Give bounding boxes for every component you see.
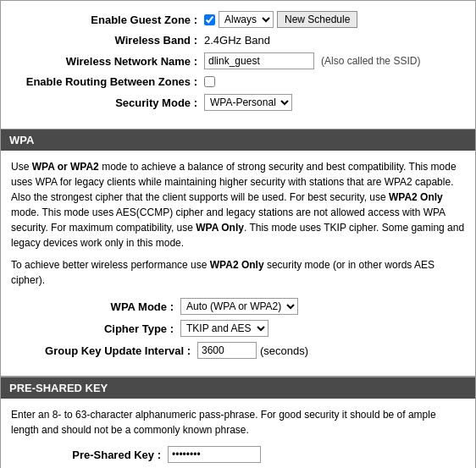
- wireless-network-name-input[interactable]: [204, 52, 314, 69]
- psk-controls: [168, 446, 261, 463]
- wpa-body: Use WPA or WPA2 mode to achieve a balanc…: [1, 151, 475, 377]
- enable-guest-zone-row: Enable Guest Zone : Always New Schedule: [9, 11, 467, 28]
- new-schedule-button[interactable]: New Schedule: [277, 11, 357, 28]
- wpa-mode-label: WPA Mode :: [11, 300, 180, 313]
- security-mode-select[interactable]: WPA-Personal: [204, 94, 292, 111]
- psk-form: Pre-Shared Key :: [11, 446, 465, 463]
- psk-section: PRE-SHARED KEY Enter an 8- to 63-charact…: [1, 377, 475, 468]
- enable-guest-zone-controls: Always New Schedule: [204, 11, 357, 28]
- wpa-bold3: WPA Only: [196, 222, 244, 234]
- ssid-note: (Also called the SSID): [321, 55, 420, 67]
- wireless-network-name-label: Wireless Network Name :: [9, 55, 204, 68]
- psk-body: Enter an 8- to 63-character alphanumeric…: [1, 399, 475, 468]
- cipher-type-select[interactable]: TKIP and AES: [180, 320, 268, 337]
- wpa-bold1: WPA or WPA2: [32, 161, 99, 173]
- security-mode-label: Security Mode :: [9, 96, 204, 109]
- seconds-text: (seconds): [260, 344, 308, 357]
- wpa-section: WPA Use WPA or WPA2 mode to achieve a ba…: [1, 129, 475, 377]
- enable-routing-row: Enable Routing Between Zones :: [9, 75, 467, 88]
- security-mode-row: Security Mode : WPA-Personal: [9, 94, 467, 111]
- group-key-controls: (seconds): [197, 342, 308, 359]
- enable-routing-label: Enable Routing Between Zones :: [9, 75, 204, 88]
- cipher-type-controls: TKIP and AES: [180, 320, 268, 337]
- wireless-band-text: 2.4GHz Band: [204, 34, 270, 47]
- wpa-form: WPA Mode : Auto (WPA or WPA2) Cipher Typ…: [11, 298, 465, 359]
- group-key-label: Group Key Update Interval :: [11, 344, 197, 357]
- wireless-network-name-controls: (Also called the SSID): [204, 52, 420, 69]
- wpa-bold2: WPA2 Only: [389, 191, 443, 203]
- main-container: Enable Guest Zone : Always New Schedule …: [0, 0, 476, 468]
- wpa2-only-bold: WPA2 Only: [210, 259, 264, 271]
- psk-header: PRE-SHARED KEY: [1, 377, 475, 399]
- enable-guest-zone-label: Enable Guest Zone :: [9, 14, 204, 26]
- wpa-header: WPA: [1, 129, 475, 151]
- group-key-row: Group Key Update Interval : (seconds): [11, 342, 465, 359]
- wireless-band-row: Wireless Band : 2.4GHz Band: [9, 34, 467, 47]
- wpa-paragraph2: To achieve better wireless performance u…: [11, 257, 465, 288]
- security-mode-controls: WPA-Personal: [204, 94, 292, 111]
- always-select[interactable]: Always: [219, 11, 274, 28]
- group-key-input[interactable]: [197, 342, 257, 359]
- wpa-mode-row: WPA Mode : Auto (WPA or WPA2): [11, 298, 465, 315]
- enable-guest-zone-checkbox[interactable]: [204, 14, 215, 25]
- psk-input[interactable]: [168, 446, 261, 463]
- enable-routing-checkbox[interactable]: [204, 76, 215, 87]
- wireless-band-label: Wireless Band :: [9, 34, 204, 47]
- cipher-type-row: Cipher Type : TKIP and AES: [11, 320, 465, 337]
- wpa-paragraph1: Use WPA or WPA2 mode to achieve a balanc…: [11, 159, 465, 251]
- wireless-band-value: 2.4GHz Band: [204, 34, 270, 47]
- wpa-mode-select[interactable]: Auto (WPA or WPA2): [180, 298, 298, 315]
- wireless-network-name-row: Wireless Network Name : (Also called the…: [9, 52, 467, 69]
- wpa-mode-controls: Auto (WPA or WPA2): [180, 298, 298, 315]
- cipher-type-label: Cipher Type :: [11, 322, 180, 335]
- enable-routing-controls: [204, 76, 215, 87]
- psk-description: Enter an 8- to 63-character alphanumeric…: [11, 407, 465, 438]
- top-section: Enable Guest Zone : Always New Schedule …: [1, 1, 475, 129]
- psk-label: Pre-Shared Key :: [11, 449, 168, 461]
